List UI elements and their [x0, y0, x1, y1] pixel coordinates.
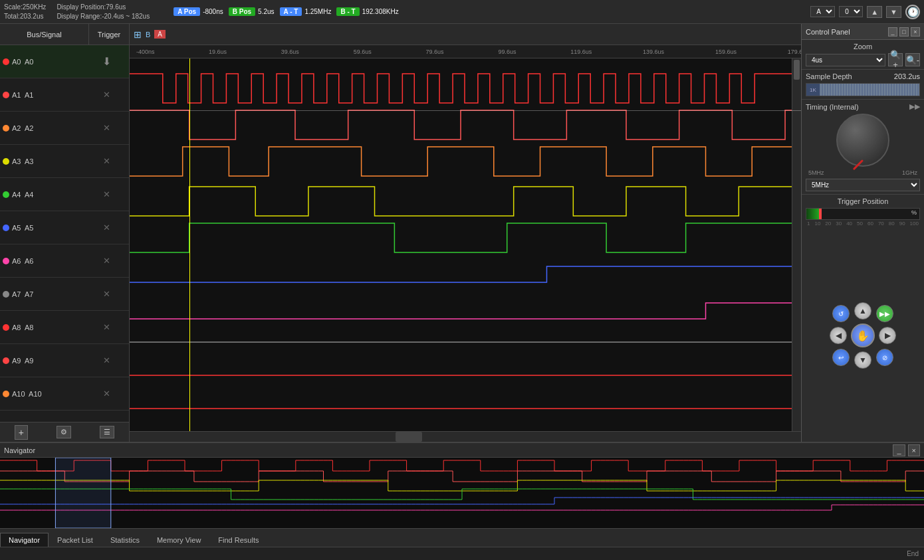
channel-row-a0: A0 A0 ⬇	[0, 45, 129, 78]
ch-label-a3: A3 A3	[12, 157, 86, 165]
waveform-side-scroll[interactable]	[792, 58, 801, 431]
trig-x-icon[interactable]: ✕	[103, 90, 110, 100]
num-select[interactable]: 0	[839, 6, 863, 17]
dpad-center-btn[interactable]: ✋	[851, 324, 875, 347]
a-pos-badge: A Pos -800ns	[173, 7, 223, 16]
dpad-up-btn[interactable]: ▲	[854, 302, 871, 320]
zoom-select[interactable]: 4us	[806, 54, 885, 66]
b-pos-badge: B Pos 5.2us	[229, 7, 275, 16]
total-label: Total:203.2us	[4, 12, 46, 21]
cp-maximize-btn[interactable]: □	[899, 27, 909, 37]
ch-trig-a1: ✕	[86, 90, 126, 100]
dpad-container: ▲ ▼ ◀ ▶ ↺ ▶▶ ✋ ↩ ⊘	[802, 236, 924, 435]
dpad-right-btn[interactable]: ▶	[879, 327, 896, 344]
tp-percent: %	[911, 209, 917, 216]
timeline-tick-6: 119.6us	[570, 48, 592, 55]
status-bar: End	[0, 547, 924, 560]
tab-memory-view[interactable]: Memory View	[148, 533, 209, 547]
tab-statistics[interactable]: Statistics	[102, 533, 148, 547]
dpad-down-btn[interactable]: ▼	[854, 351, 871, 369]
control-panel: Control Panel _ □ × Zoom 4us 🔍+ 🔍- Sampl…	[801, 24, 924, 442]
display-range: Display Range:-20.4us ~ 182us	[57, 12, 150, 21]
bus-signal-header: Bus/Signal	[0, 24, 89, 45]
timeline-tick-8: 159.6us	[715, 48, 737, 55]
dpad-bottomright-btn[interactable]: ⊘	[876, 349, 893, 366]
sd-title: Sample Depth	[806, 72, 852, 80]
timing-max-label: 1GHz	[902, 169, 917, 176]
waveform-toolbar: ⊞ B A	[130, 24, 801, 45]
nav-minimize-btn[interactable]: _	[893, 444, 905, 456]
down-btn[interactable]: ▼	[886, 6, 901, 18]
timing-knob[interactable]	[836, 114, 889, 167]
timing-expand-btn[interactable]: ▶▶	[909, 102, 920, 111]
list-btn[interactable]: ☰	[100, 426, 114, 438]
tp-bar[interactable]: %	[806, 208, 920, 220]
trig-x-icon[interactable]: ✕	[103, 322, 110, 332]
trig-x-icon[interactable]: ✕	[103, 223, 110, 233]
add-channel-btn[interactable]: +	[15, 425, 28, 440]
ch-led-a7	[3, 291, 9, 298]
waveform-canvas[interactable]	[130, 58, 801, 431]
a-pos-label: A Pos	[173, 7, 200, 16]
trig-x-icon[interactable]: ✕	[103, 123, 110, 133]
status-end-label: End	[907, 550, 919, 557]
main-content: Bus/Signal Trigger A0 A0 ⬇ A1 A1 ✕ A2 A2…	[0, 24, 924, 442]
nav-controls: _ ×	[893, 444, 920, 456]
cp-window-buttons: _ □ ×	[888, 27, 920, 37]
tp-bar-fill	[806, 209, 820, 219]
sd-1k-marker: 1K	[806, 84, 820, 96]
dpad-topright-btn[interactable]: ▶▶	[876, 305, 893, 322]
settings-btn[interactable]: ⚙	[57, 426, 71, 438]
cp-close-btn[interactable]: ×	[911, 27, 920, 37]
a-pos-val: -800ns	[203, 8, 223, 15]
dpad-topleft-btn[interactable]: ↺	[832, 305, 850, 322]
knob-marker	[853, 159, 864, 170]
trig-x-icon[interactable]: ✕	[103, 389, 110, 399]
timeline-tick-2: 39.6us	[281, 48, 299, 55]
channel-row-a5: A5 A5 ✕	[0, 211, 129, 244]
clock-icon: 🕐	[905, 5, 920, 19]
trig-x-icon[interactable]: ✕	[103, 156, 110, 166]
cursor-positions: A Pos -800ns B Pos 5.2us A - T 1.25MHz B…	[173, 7, 399, 16]
dpad-bottomleft-btn[interactable]: ↩	[832, 349, 850, 366]
wf-icon-1[interactable]: ⊞	[134, 29, 142, 40]
trig-x-icon[interactable]: ✕	[103, 256, 110, 266]
nav-close-btn[interactable]: ×	[908, 444, 920, 456]
trig-edge-icon[interactable]: ⬇	[102, 55, 111, 68]
nav-title: Navigator	[4, 446, 35, 454]
ch-trig-a9: ✕	[86, 355, 126, 365]
timing-select[interactable]: 5MHz	[806, 179, 920, 191]
ch-trig-a5: ✕	[86, 223, 126, 233]
channel-row-a7: A7 A7 ✕	[0, 278, 129, 311]
zoom-in-btn[interactable]: 🔍+	[888, 53, 903, 66]
trig-x-icon[interactable]: ✕	[103, 189, 110, 199]
tab-navigator[interactable]: Navigator	[0, 533, 49, 547]
timing-min-label: 5MHz	[808, 169, 824, 176]
ch-label-a1: A1 A1	[12, 91, 86, 99]
waveform-scrollbar[interactable]	[130, 431, 801, 442]
channel-row-a6: A6 A6 ✕	[0, 244, 129, 278]
wf-label: B	[146, 31, 150, 39]
ch-trig-a6: ✕	[86, 256, 126, 266]
cp-title-bar: Control Panel _ □ ×	[802, 24, 924, 40]
sd-value: 203.2us	[894, 72, 920, 80]
dpad-left-btn[interactable]: ◀	[830, 327, 847, 344]
zoom-out-btn[interactable]: 🔍-	[905, 53, 920, 66]
channel-row-a9: A9 A9 ✕	[0, 344, 129, 377]
ch-label-a6: A6 A6	[12, 257, 86, 265]
navigator-panel: Navigator _ ×	[0, 442, 924, 528]
timeline-tick-9: 179.6	[788, 48, 801, 55]
tab-packet-list[interactable]: Packet List	[49, 533, 102, 547]
trig-x-icon[interactable]: ✕	[103, 289, 110, 299]
channel-row-a8: A8 A8 ✕	[0, 311, 129, 344]
cp-minimize-btn[interactable]: _	[888, 27, 897, 37]
channel-row-a11: A11 A11 ✕	[0, 411, 129, 422]
sd-bar-fill	[806, 84, 919, 96]
channel-select[interactable]: A	[810, 6, 835, 17]
b-pos-label: B Pos	[229, 7, 255, 16]
channel-row-a3: A3 A3 ✕	[0, 145, 129, 178]
tab-find-results[interactable]: Find Results	[209, 533, 267, 547]
trig-x-icon[interactable]: ✕	[103, 355, 110, 365]
svg-rect-0	[55, 458, 110, 528]
up-btn[interactable]: ▲	[867, 6, 882, 18]
